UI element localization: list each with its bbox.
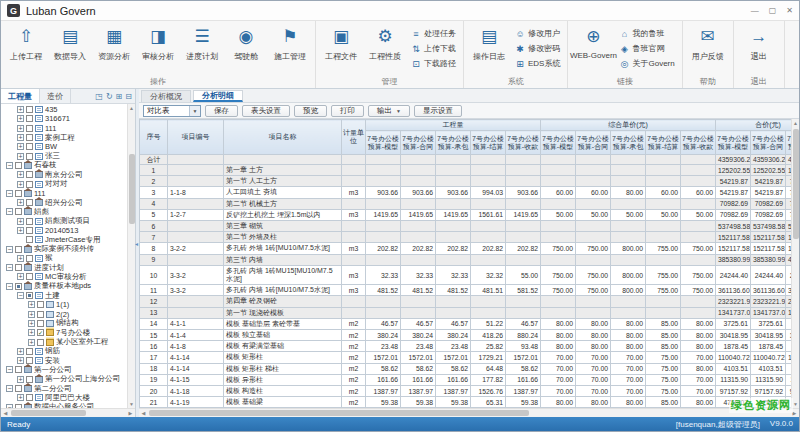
scrollbar-thumb[interactable] bbox=[129, 154, 135, 224]
tab-analysis-overview[interactable]: 分析概况 bbox=[141, 90, 191, 102]
tree-item[interactable]: +案例工程 bbox=[3, 133, 127, 142]
cell-value[interactable]: 161.66 bbox=[436, 374, 471, 385]
cell-value[interactable] bbox=[471, 221, 506, 232]
column-header[interactable]: 7号办公楼预算-承包 bbox=[436, 131, 471, 155]
tree-checkbox[interactable] bbox=[26, 273, 33, 280]
cell-value[interactable]: 1341737.02 bbox=[751, 307, 786, 318]
expand-toggle-icon[interactable]: + bbox=[17, 376, 24, 383]
cell-value[interactable]: 55.00 bbox=[506, 265, 541, 284]
column-header[interactable]: 7号办公楼预算-模型 bbox=[716, 131, 751, 155]
scroll-down-icon[interactable]: ▼ bbox=[792, 400, 799, 408]
cell-unit[interactable] bbox=[342, 296, 366, 307]
cell-value[interactable]: 50.00 bbox=[681, 209, 716, 220]
cell-value[interactable]: 70.00 bbox=[541, 374, 576, 385]
cell-value[interactable]: 46.57 bbox=[366, 318, 401, 329]
cell-item-code[interactable]: 4-1-19 bbox=[168, 397, 224, 408]
cell-value[interactable]: 32.32 bbox=[471, 265, 506, 284]
cell-value[interactable]: 70982.69 bbox=[751, 198, 786, 209]
cell-value[interactable]: 46.57 bbox=[506, 318, 541, 329]
tree-item[interactable]: +435 bbox=[3, 105, 127, 114]
tree-checkbox[interactable] bbox=[37, 320, 44, 327]
cell-value[interactable]: 537498.58 bbox=[751, 221, 786, 232]
cell-value[interactable]: 1572.01 bbox=[366, 352, 401, 363]
about-govern-button[interactable]: ◎关于Govern bbox=[617, 56, 676, 71]
cell-item-name[interactable]: 模板 基础垫层 素砼带基 bbox=[224, 318, 342, 329]
cell-value[interactable]: 1572.01 bbox=[436, 352, 471, 363]
print-button[interactable]: 打印 bbox=[331, 105, 364, 117]
cell-value[interactable] bbox=[541, 254, 576, 265]
cell-value[interactable]: 750.00 bbox=[541, 265, 576, 284]
cell-unit[interactable] bbox=[342, 165, 366, 176]
cell-value[interactable] bbox=[541, 221, 576, 232]
cell-value[interactable] bbox=[366, 254, 401, 265]
column-header[interactable]: 7号办公楼预算-收款 bbox=[681, 131, 716, 155]
cell-value[interactable] bbox=[576, 232, 611, 243]
cell-value[interactable] bbox=[646, 307, 681, 318]
cell-value[interactable] bbox=[646, 176, 681, 187]
my-luban-button[interactable]: ⌂我的鲁班 bbox=[617, 26, 676, 41]
cell-item-name[interactable]: 第一节 人工土方 bbox=[224, 176, 342, 187]
tree-item[interactable]: −进度计划 bbox=[3, 263, 127, 272]
cell-item-name[interactable]: 多孔砖 外墙 1砖[MU10/M7.5水泥] bbox=[224, 243, 342, 254]
cell-value[interactable] bbox=[646, 165, 681, 176]
tree-checkbox[interactable] bbox=[26, 143, 33, 150]
cell-value[interactable]: 59.38 bbox=[401, 397, 436, 408]
cell-value[interactable] bbox=[506, 296, 541, 307]
cell-value[interactable]: 750.00 bbox=[576, 243, 611, 254]
cell-value[interactable]: 65.31 bbox=[471, 397, 506, 408]
expand-toggle-icon[interactable]: + bbox=[28, 311, 35, 318]
cell-item-code[interactable]: 3-3-2 bbox=[168, 285, 224, 296]
cell-value[interactable]: 80.00 bbox=[681, 397, 716, 408]
cell-value[interactable] bbox=[681, 296, 716, 307]
cell-value[interactable] bbox=[366, 221, 401, 232]
tree-vertical-scrollbar[interactable]: ▲ ▼ bbox=[127, 104, 135, 408]
cell-row-number[interactable]: 20 bbox=[140, 386, 168, 397]
cell-value[interactable]: 70.00 bbox=[576, 374, 611, 385]
cell-value[interactable]: 1387.97 bbox=[436, 386, 471, 397]
expand-toggle-icon[interactable]: − bbox=[6, 385, 13, 392]
cell-value[interactable]: 750.00 bbox=[576, 285, 611, 296]
cell-value[interactable] bbox=[681, 221, 716, 232]
cell-value[interactable] bbox=[366, 198, 401, 209]
cell-value[interactable]: 80.00 bbox=[611, 187, 646, 198]
maximize-button[interactable]: ▢ bbox=[769, 7, 777, 15]
cell-unit[interactable]: m2 bbox=[342, 352, 366, 363]
cell-unit[interactable] bbox=[342, 254, 366, 265]
column-header[interactable]: 计量单位 bbox=[342, 120, 366, 155]
cell-value[interactable]: 800.00 bbox=[611, 243, 646, 254]
cell-unit[interactable]: m3 bbox=[342, 265, 366, 284]
cell-value[interactable]: 80.00 bbox=[576, 397, 611, 408]
cell-value[interactable]: 177.82 bbox=[471, 374, 506, 385]
cell-item-name[interactable]: 第三章 砌筑 bbox=[224, 221, 342, 232]
expand-toggle-icon[interactable]: − bbox=[6, 208, 13, 215]
cell-value[interactable]: 161.66 bbox=[366, 374, 401, 385]
operation-log-button[interactable]: ▤操作日志 bbox=[467, 23, 511, 73]
project-property-button[interactable]: ⚙工程性质 bbox=[363, 23, 407, 73]
cell-value[interactable] bbox=[401, 232, 436, 243]
cell-value[interactable]: 50.00 bbox=[611, 209, 646, 220]
cell-value[interactable]: 161.66 bbox=[401, 374, 436, 385]
cell-value[interactable]: 880.24 bbox=[506, 330, 541, 341]
cell-value[interactable]: 1878.45 bbox=[751, 341, 786, 352]
cell-value[interactable]: 32.33 bbox=[436, 265, 471, 284]
cell-value[interactable]: 800.00 bbox=[611, 285, 646, 296]
tree-checkbox[interactable] bbox=[26, 394, 33, 401]
cell-value[interactable] bbox=[436, 307, 471, 318]
cell-unit[interactable]: m2 bbox=[342, 386, 366, 397]
cell-value[interactable]: 903.66 bbox=[436, 187, 471, 198]
cell-value[interactable]: 2323221.91 bbox=[716, 296, 751, 307]
cell-value[interactable]: 54219.87 bbox=[751, 187, 786, 198]
cell-value[interactable]: 25.82 bbox=[471, 341, 506, 352]
cell-item-name[interactable]: 多孔砖 内墙 1砖[MU10/M7.5水泥] bbox=[224, 285, 342, 296]
download-path-button[interactable]: ⊡下载路径 bbox=[409, 56, 458, 71]
tree-checkbox[interactable] bbox=[26, 115, 33, 122]
close-button[interactable]: ✕ bbox=[786, 7, 793, 15]
column-header[interactable]: 7号办公楼预算-承包 bbox=[611, 131, 646, 155]
cell-item-code[interactable] bbox=[168, 155, 224, 165]
cell-value[interactable]: 23.48 bbox=[436, 341, 471, 352]
cell-unit[interactable]: m3 bbox=[342, 285, 366, 296]
cell-value[interactable] bbox=[611, 221, 646, 232]
cell-value[interactable] bbox=[541, 198, 576, 209]
tree-item[interactable]: +20140513 bbox=[3, 226, 127, 235]
expand-toggle-icon[interactable]: + bbox=[28, 301, 35, 308]
